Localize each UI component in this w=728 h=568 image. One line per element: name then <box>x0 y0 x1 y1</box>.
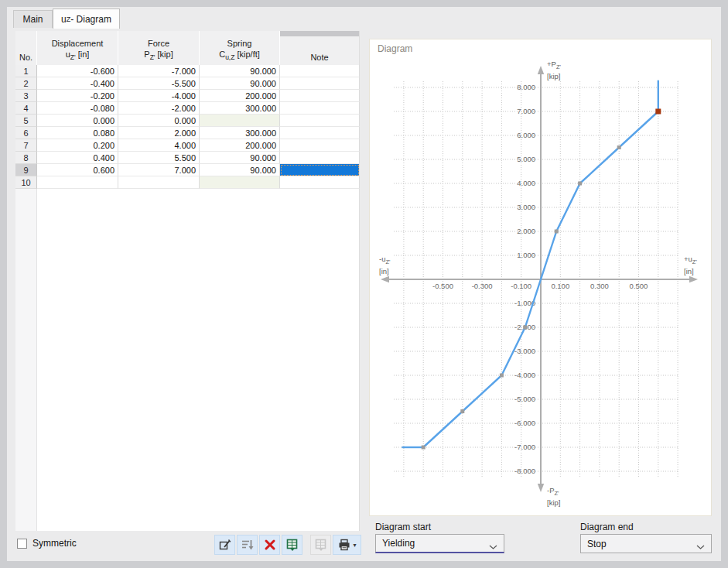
table-cell-spring[interactable]: 300.000 <box>200 102 280 115</box>
row-header[interactable]: 8 <box>15 152 37 164</box>
tab-uz-diagram[interactable]: uZ - Diagram <box>53 9 120 29</box>
table-cell-displacement[interactable] <box>37 176 118 189</box>
table-cell-force[interactable]: 2.000 <box>118 127 200 139</box>
table-cell-note[interactable] <box>280 77 360 90</box>
table-cell-displacement[interactable]: -0.600 <box>37 65 118 77</box>
table-cell-force[interactable]: -5.500 <box>118 77 200 90</box>
row-header[interactable]: 3 <box>15 90 37 102</box>
svg-text:-5.000: -5.000 <box>514 395 535 403</box>
row-header[interactable]: 9 <box>15 164 37 176</box>
column-strip-displacement[interactable] <box>37 31 118 36</box>
table-cell-force[interactable]: 5.500 <box>118 152 200 164</box>
table-cell-force[interactable]: 4.000 <box>118 139 200 152</box>
table-cell-displacement[interactable]: 0.000 <box>37 115 118 127</box>
table-cell-displacement[interactable]: 0.400 <box>37 152 118 164</box>
table-cell-note[interactable] <box>280 102 360 115</box>
svg-text:0.100: 0.100 <box>551 282 569 290</box>
svg-text:-6.000: -6.000 <box>514 419 535 427</box>
delete-rows-button[interactable] <box>259 535 280 555</box>
row-header[interactable]: 1 <box>15 65 37 77</box>
svg-text:-8.000: -8.000 <box>514 467 535 475</box>
print-button[interactable]: ▾ <box>333 535 361 555</box>
diagram-end-select[interactable]: Stop <box>580 534 712 553</box>
diagram-start-value: Yielding <box>382 538 415 549</box>
table-cell-displacement[interactable]: 0.080 <box>37 127 118 139</box>
table-cell-spring[interactable]: 90.000 <box>200 164 280 176</box>
table-cell-spring[interactable] <box>200 176 280 189</box>
table-cell-spring[interactable]: 90.000 <box>200 152 280 164</box>
diagram-end-value: Stop <box>587 539 607 549</box>
row-header[interactable]: 5 <box>15 115 37 127</box>
table-cell-force[interactable]: -4.000 <box>118 90 200 102</box>
table-cell-note[interactable] <box>280 139 360 152</box>
edit-in-dialog-button[interactable] <box>214 535 235 555</box>
table-cell-displacement[interactable]: -0.080 <box>37 102 118 115</box>
svg-text:3.000: 3.000 <box>517 203 535 211</box>
diagram-plot: -8.000-7.000-6.000-5.000-4.000-3.000-2.0… <box>370 39 713 517</box>
export-excel-button <box>310 535 331 555</box>
column-header-no: No. <box>15 36 36 65</box>
table-cell-force[interactable]: -7.000 <box>118 65 200 77</box>
column-header-note: Note <box>280 36 359 65</box>
table-cell-spring[interactable]: 90.000 <box>200 77 280 90</box>
row-header[interactable]: 7 <box>15 139 37 152</box>
svg-text:2.000: 2.000 <box>517 227 535 235</box>
table-cell-force[interactable] <box>118 176 200 189</box>
symmetric-checkbox[interactable] <box>17 539 27 549</box>
column-strip-note[interactable] <box>280 31 359 36</box>
table-cell-spring[interactable]: 200.000 <box>200 139 280 152</box>
svg-text:1.000: 1.000 <box>517 251 535 259</box>
table-cell-force[interactable]: 7.000 <box>118 164 200 176</box>
table-cell-force[interactable]: -2.000 <box>118 102 200 115</box>
table-cell-displacement[interactable]: 0.200 <box>37 139 118 152</box>
table-cell-note[interactable] <box>280 115 360 127</box>
import-excel-button[interactable] <box>282 535 302 555</box>
svg-text:6.000: 6.000 <box>517 131 535 139</box>
table-cell-spring[interactable]: 300.000 <box>200 127 280 139</box>
table-cell-displacement[interactable]: 0.600 <box>37 164 118 176</box>
chevron-down-icon <box>696 542 705 553</box>
svg-text:7.000: 7.000 <box>517 107 535 115</box>
table-cell-force[interactable]: 0.000 <box>118 115 200 127</box>
table-cell-note[interactable] <box>280 65 360 77</box>
column-strip-no[interactable] <box>15 31 36 36</box>
table-cell-note[interactable] <box>280 176 360 189</box>
row-header[interactable]: 4 <box>15 102 37 115</box>
table-gutter <box>15 189 37 531</box>
table-cell-displacement[interactable]: -0.400 <box>37 77 118 90</box>
table-cell-note[interactable] <box>280 164 360 176</box>
diagram-start-label: Diagram start <box>375 522 431 532</box>
spring-table: No.DisplacementuZ' [in]ForcePZ' [kip]Spr… <box>15 31 360 531</box>
svg-text:-0.100: -0.100 <box>511 282 531 290</box>
table-cell-spring[interactable]: 90.000 <box>200 65 280 77</box>
table-cell-note[interactable] <box>280 90 360 102</box>
svg-text:4.000: 4.000 <box>517 179 535 187</box>
tab-main[interactable]: Main <box>13 10 53 28</box>
column-strip-spring[interactable] <box>200 31 279 36</box>
diagram-card: Diagram -8.000-7.000-6.000-5.000-4.000-3… <box>369 39 712 516</box>
sort-rows-button[interactable] <box>237 535 258 555</box>
diagram-start-select[interactable]: Yielding <box>375 534 504 553</box>
column-header-displacement: DisplacementuZ' [in] <box>37 36 118 65</box>
svg-text:-4.000: -4.000 <box>514 371 535 379</box>
window-frame: MainuZ - Diagram No.DisplacementuZ' [in]… <box>0 0 728 568</box>
table-toolbar: ▾ <box>214 535 363 555</box>
row-header[interactable]: 10 <box>15 176 37 189</box>
symmetric-option: Symmetric <box>17 538 77 549</box>
svg-text:0.500: 0.500 <box>630 282 648 290</box>
row-header[interactable]: 6 <box>15 127 37 139</box>
table-cell-displacement[interactable]: -0.200 <box>37 90 118 102</box>
svg-text:8.000: 8.000 <box>517 83 535 91</box>
svg-text:-0.300: -0.300 <box>472 282 493 290</box>
axis-label-uz-positive: +uZ'[in] <box>684 255 697 276</box>
table-cell-spring[interactable] <box>200 115 280 127</box>
row-header[interactable]: 2 <box>15 77 37 90</box>
svg-text:-7.000: -7.000 <box>514 443 535 451</box>
column-strip-force[interactable] <box>118 31 199 36</box>
axis-label-uz-negative: -uZ'[in] <box>379 255 390 276</box>
symmetric-label: Symmetric <box>32 538 77 549</box>
table-cell-spring[interactable]: 200.000 <box>200 90 280 102</box>
table-cell-note[interactable] <box>280 152 360 164</box>
table-cell-note[interactable] <box>280 127 360 139</box>
svg-text:0.300: 0.300 <box>590 282 609 290</box>
